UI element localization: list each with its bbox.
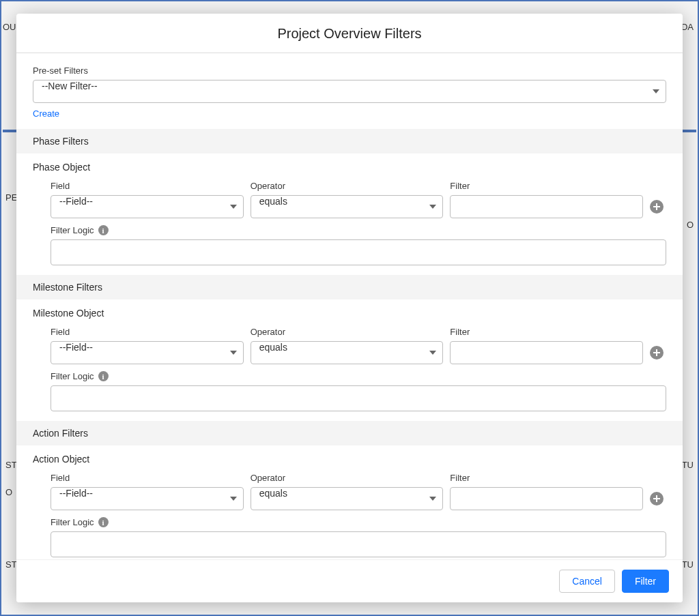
action-object-heading: Action Object (33, 454, 666, 465)
milestone-filter-logic-label: Filter Logic (51, 371, 94, 381)
milestone-filter-label: Filter (450, 327, 643, 337)
milestone-field-select[interactable]: --Field-- (51, 341, 244, 364)
bg-text: TU (682, 460, 694, 470)
plus-icon (653, 495, 660, 502)
bg-text: OU (3, 22, 16, 32)
phase-operator-label: Operator (251, 181, 444, 191)
phase-object-heading: Phase Object (33, 162, 666, 173)
phase-operator-select[interactable]: equals (251, 195, 444, 218)
bg-text: ST (5, 460, 17, 470)
action-filter-label: Filter (450, 473, 643, 483)
milestone-filter-logic-input[interactable] (51, 385, 666, 411)
action-operator-select[interactable]: equals (251, 487, 444, 510)
phase-field-select[interactable]: --Field-- (51, 195, 244, 218)
plus-icon (653, 349, 660, 356)
section-action-filters: Action Filters (16, 421, 683, 445)
milestone-object-heading: Milestone Object (33, 308, 666, 319)
info-icon: i (98, 371, 109, 381)
bg-text: TU (682, 559, 694, 570)
phase-field-label: Field (51, 181, 244, 191)
filter-button[interactable]: Filter (622, 570, 669, 593)
bg-text: O (687, 220, 694, 230)
bg-text: O (5, 487, 12, 497)
create-filter-link[interactable]: Create (33, 108, 59, 119)
modal-body[interactable]: Pre-set Filters --New Filter-- Create Ph… (16, 53, 683, 559)
milestone-operator-label: Operator (251, 327, 444, 337)
filters-modal: Project Overview Filters Pre-set Filters… (16, 14, 683, 602)
milestone-operator-select[interactable]: equals (251, 341, 444, 364)
plus-icon (653, 203, 660, 210)
action-field-label: Field (51, 473, 244, 483)
info-icon: i (98, 517, 109, 527)
modal-backdrop: OU DA PE O ST TU O ST TU Project Overvie… (0, 0, 699, 616)
action-field-select[interactable]: --Field-- (51, 487, 244, 510)
phase-add-filter-button[interactable] (650, 200, 664, 214)
section-milestone-filters: Milestone Filters (16, 275, 683, 299)
phase-filter-logic-input[interactable] (51, 239, 666, 265)
action-operator-label: Operator (251, 473, 444, 483)
action-add-filter-button[interactable] (650, 492, 664, 505)
info-icon: i (98, 225, 109, 235)
action-filter-logic-input[interactable] (51, 531, 666, 557)
cancel-button[interactable]: Cancel (559, 570, 615, 593)
bg-text: PE (5, 192, 17, 203)
modal-title: Project Overview Filters (16, 14, 683, 53)
milestone-field-label: Field (51, 327, 244, 337)
action-filter-logic-label: Filter Logic (51, 517, 94, 527)
phase-filter-logic-label: Filter Logic (51, 225, 94, 235)
modal-footer: Cancel Filter (16, 559, 683, 602)
preset-filters-label: Pre-set Filters (33, 65, 666, 76)
phase-filter-label: Filter (450, 181, 643, 191)
section-phase-filters: Phase Filters (16, 129, 683, 153)
milestone-filter-input[interactable] (450, 341, 643, 364)
bg-text: ST (5, 559, 17, 570)
phase-filter-input[interactable] (450, 195, 643, 218)
preset-filter-select[interactable]: --New Filter-- (33, 80, 666, 103)
action-filter-input[interactable] (450, 487, 643, 510)
milestone-add-filter-button[interactable] (650, 346, 664, 360)
bg-text: DA (681, 22, 694, 32)
